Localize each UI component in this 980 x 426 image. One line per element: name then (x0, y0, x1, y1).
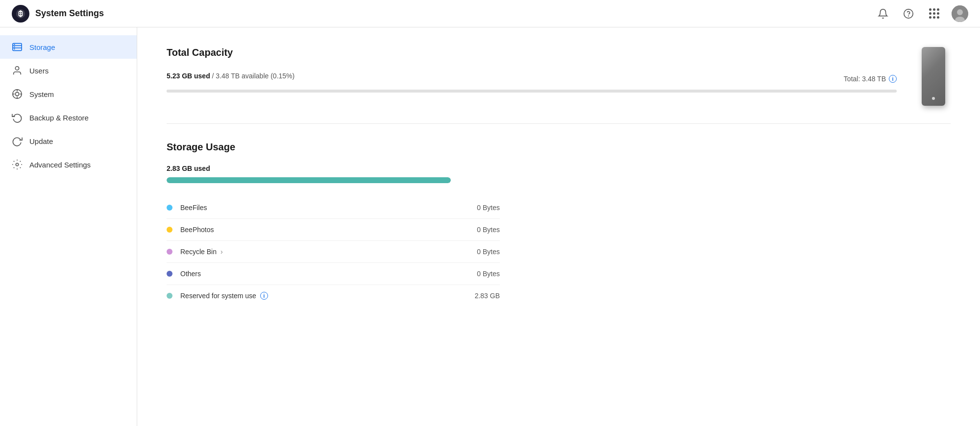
usage-gb-label: 2.83 GB used (167, 165, 951, 172)
nas-led (932, 97, 935, 100)
capacity-title: Total Capacity (167, 47, 897, 58)
storage-name-recycle: Recycle Bin› (180, 248, 461, 256)
capacity-progress-bar-fill (167, 90, 168, 93)
storage-size-others: 0 Bytes (461, 270, 500, 278)
sidebar-item-advanced[interactable]: Advanced Settings (0, 153, 137, 176)
storage-size-beephotos: 0 Bytes (461, 226, 500, 234)
app-logo (12, 5, 29, 23)
sidebar-label-system: System (29, 90, 54, 98)
capacity-available: / 3.48 TB available (0.15%) (212, 72, 295, 80)
storage-item-beephotos: BeePhotos0 Bytes (167, 219, 500, 241)
capacity-content: Total Capacity 5.23 GB used / 3.48 TB av… (167, 47, 897, 93)
storage-icon (12, 42, 23, 52)
capacity-total-label: Total: 3.48 TB (844, 75, 886, 83)
sidebar-item-backup[interactable]: Backup & Restore (0, 106, 137, 129)
header-left: System Settings (12, 5, 104, 23)
sidebar-label-update: Update (29, 137, 53, 145)
notifications-button[interactable] (875, 6, 891, 22)
help-button[interactable] (901, 6, 916, 22)
capacity-stats: 5.23 GB used / 3.48 TB available (0.15%) (167, 72, 294, 80)
storage-name-reserved: Reserved for system usei (180, 292, 461, 300)
storage-name-others: Others (180, 270, 461, 278)
usage-title: Storage Usage (167, 142, 951, 153)
sidebar-item-storage[interactable]: Storage (0, 35, 137, 59)
sidebar-item-update[interactable]: Update (0, 129, 137, 153)
apps-grid-button[interactable] (926, 6, 942, 22)
update-icon (12, 136, 23, 146)
app-header: System Settings (0, 0, 980, 27)
capacity-info-icon[interactable]: i (889, 75, 897, 83)
usage-section: Storage Usage 2.83 GB used BeeFiles0 Byt… (167, 142, 951, 307)
storage-name-beefiles: BeeFiles (180, 204, 461, 212)
storage-size-recycle: 0 Bytes (461, 248, 500, 256)
device-image (916, 47, 951, 106)
grid-dots-icon (929, 8, 939, 19)
storage-dot-beephotos (167, 227, 172, 233)
storage-item-reserved: Reserved for system usei2.83 GB (167, 285, 500, 307)
storage-dot-recycle (167, 249, 172, 255)
usage-bar-bg (167, 177, 451, 183)
header-right (875, 5, 968, 22)
users-icon (12, 65, 23, 76)
app-layout: Storage Users (0, 27, 980, 426)
storage-size-reserved: 2.83 GB (461, 292, 500, 300)
usage-bar-fill (167, 177, 451, 183)
sidebar-item-system[interactable]: System (0, 82, 137, 106)
nas-device (922, 47, 945, 106)
app-title: System Settings (35, 8, 104, 19)
capacity-stats-row: 5.23 GB used / 3.48 TB available (0.15%)… (167, 72, 897, 86)
storage-size-beefiles: 0 Bytes (461, 204, 500, 212)
main-content: Total Capacity 5.23 GB used / 3.48 TB av… (137, 27, 980, 426)
storage-dot-others (167, 271, 172, 277)
user-avatar[interactable] (952, 5, 968, 22)
sidebar-item-users[interactable]: Users (0, 59, 137, 82)
capacity-progress-bar-bg (167, 90, 897, 93)
storage-item-beefiles: BeeFiles0 Bytes (167, 197, 500, 219)
storage-items-list: BeeFiles0 BytesBeePhotos0 BytesRecycle B… (167, 197, 951, 307)
storage-chevron-recycle[interactable]: › (220, 248, 223, 256)
svg-point-17 (16, 163, 19, 166)
storage-name-beephotos: BeePhotos (180, 226, 461, 234)
sidebar-label-users: Users (29, 67, 49, 75)
advanced-icon (12, 159, 23, 170)
svg-point-4 (957, 9, 963, 15)
storage-dot-beefiles (167, 205, 172, 211)
capacity-section: Total Capacity 5.23 GB used / 3.48 TB av… (167, 47, 951, 124)
backup-icon (12, 112, 23, 123)
sidebar: Storage Users (0, 27, 137, 426)
system-icon (12, 89, 23, 99)
storage-dot-reserved (167, 293, 172, 299)
sidebar-label-advanced: Advanced Settings (29, 161, 91, 169)
storage-info-icon-reserved[interactable]: i (260, 292, 268, 300)
storage-item-others: Others0 Bytes (167, 263, 500, 285)
sidebar-label-storage: Storage (29, 43, 55, 51)
svg-point-1 (904, 9, 913, 18)
storage-item-recycle[interactable]: Recycle Bin›0 Bytes (167, 241, 500, 263)
capacity-used: 5.23 GB used (167, 72, 210, 80)
capacity-total: Total: 3.48 TB i (844, 75, 897, 83)
sidebar-label-backup: Backup & Restore (29, 114, 89, 122)
svg-point-12 (15, 67, 19, 70)
